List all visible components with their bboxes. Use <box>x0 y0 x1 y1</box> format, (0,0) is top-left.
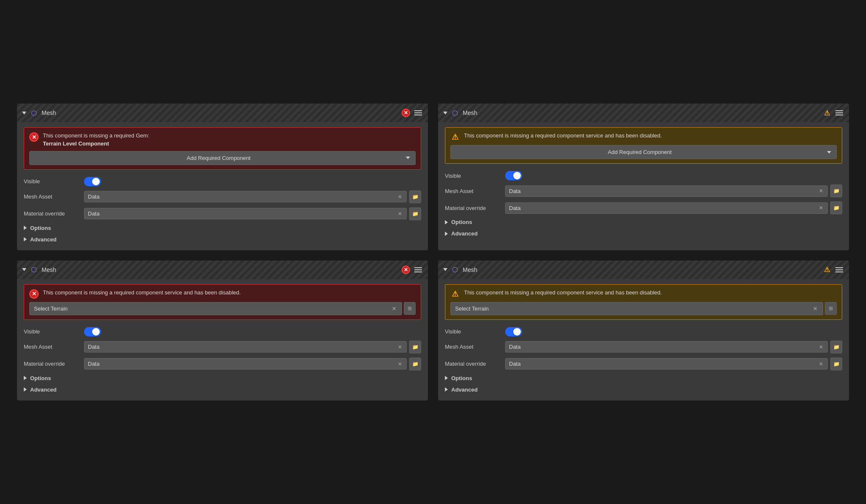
panel-title-4: Mesh <box>463 266 477 273</box>
advanced-chevron-icon-4 <box>445 387 448 392</box>
material-override-browse-button[interactable]: 📁 <box>409 207 421 220</box>
collapse-chevron-icon[interactable] <box>22 112 26 115</box>
mesh-asset-input-4[interactable]: Data ✕ <box>505 341 828 353</box>
material-override-clear-icon-2[interactable]: ✕ <box>818 205 824 211</box>
material-override-clear-icon-3[interactable]: ✕ <box>397 361 403 367</box>
visible-label-3: Visible <box>24 328 79 335</box>
material-override-browse-button-4[interactable]: 📁 <box>830 358 842 370</box>
mesh-asset-clear-icon[interactable]: ✕ <box>397 194 403 200</box>
select-terrain-clear-icon-4[interactable]: ✕ <box>813 305 818 312</box>
close-error-button-3[interactable]: ✕ <box>402 266 410 274</box>
select-terrain-row: Select Terrain ✕ ⊞ <box>29 302 416 315</box>
panel-header-bottom-left: ⬡ Mesh ✕ <box>17 260 428 279</box>
mesh-asset-row-4: Mesh Asset Data ✕ 📁 <box>445 339 842 356</box>
material-override-clear-icon-4[interactable]: ✕ <box>818 361 824 367</box>
mesh-asset-clear-icon-2[interactable]: ✕ <box>818 188 824 194</box>
panel-body-top-right: ⚠ This component is missing a required c… <box>438 122 849 244</box>
mesh-asset-browse-button[interactable]: 📁 <box>409 190 421 203</box>
add-required-component-button[interactable]: Add Required Component <box>29 151 416 165</box>
material-override-input[interactable]: Data ✕ <box>84 208 407 219</box>
material-override-input-2[interactable]: Data ✕ <box>505 202 828 214</box>
close-error-button[interactable]: ✕ <box>402 109 410 117</box>
options-collapsible-3[interactable]: Options <box>24 372 421 384</box>
options-chevron-icon <box>24 226 27 230</box>
advanced-collapsible-3[interactable]: Advanced <box>24 384 421 395</box>
mesh-asset-input-2[interactable]: Data ✕ <box>505 185 828 197</box>
mesh-asset-input-3[interactable]: Data ✕ <box>84 341 407 353</box>
select-terrain-browse-button[interactable]: ⊞ <box>404 302 416 315</box>
mesh-asset-text-2: Data <box>509 188 816 194</box>
menu-line-3-3 <box>414 272 422 272</box>
panel-header-right: ✕ <box>402 109 423 117</box>
panel-header-top-left: ⬡ Mesh ✕ <box>17 104 428 122</box>
select-terrain-browse-button-4[interactable]: ⊞ <box>825 302 837 315</box>
options-chevron-icon-3 <box>24 376 27 380</box>
material-override-input-row-4: Data ✕ 📁 <box>505 358 842 370</box>
options-collapsible[interactable]: Options <box>24 222 421 234</box>
material-override-input-3[interactable]: Data ✕ <box>84 358 407 370</box>
material-override-clear-icon[interactable]: ✕ <box>397 211 403 217</box>
advanced-chevron-icon-2 <box>445 232 448 236</box>
add-required-component-button-2[interactable]: Add Required Component <box>450 145 837 159</box>
alert-text: This component is missing a required Gem… <box>43 132 149 147</box>
material-override-browse-button-2[interactable]: 📁 <box>830 202 842 214</box>
panel-top-right: ⬡ Mesh ⚠ ⚠ This component is missing a r… <box>438 104 849 250</box>
advanced-collapsible-2[interactable]: Advanced <box>445 228 842 239</box>
toggle-knob-3 <box>92 328 100 336</box>
mesh-asset-clear-icon-4[interactable]: ✕ <box>818 344 824 350</box>
mesh-asset-browse-button-4[interactable]: 📁 <box>830 341 842 353</box>
advanced-collapsible-4[interactable]: Advanced <box>445 384 842 395</box>
collapse-chevron-icon-3[interactable] <box>22 268 26 271</box>
material-override-input-row-3: Data ✕ 📁 <box>84 358 421 370</box>
panel-header-right-2: ⚠ <box>823 109 844 117</box>
panel-header-left-4: ⬡ Mesh <box>443 266 819 274</box>
material-override-input-4[interactable]: Data ✕ <box>505 358 828 370</box>
material-override-input-row-2: Data ✕ 📁 <box>505 202 842 214</box>
material-override-row-3: Material override Data ✕ 📁 <box>24 356 421 372</box>
menu-button[interactable] <box>413 109 423 116</box>
alert-text-3: This component is missing a required com… <box>43 289 241 297</box>
mesh-component-icon-4: ⬡ <box>451 266 459 274</box>
visible-toggle-2[interactable] <box>505 171 522 180</box>
collapse-chevron-icon-2[interactable] <box>443 112 447 115</box>
mesh-asset-input[interactable]: Data ✕ <box>84 191 407 202</box>
visible-toggle-3[interactable] <box>84 327 101 336</box>
material-override-browse-button-3[interactable]: 📁 <box>409 358 421 370</box>
select-terrain-input-4[interactable]: Select Terrain ✕ <box>450 302 823 315</box>
select-terrain-text: Select Terrain <box>34 305 67 312</box>
mesh-asset-browse-button-3[interactable]: 📁 <box>409 341 421 353</box>
mesh-asset-value-3: Data ✕ 📁 <box>84 341 421 353</box>
select-terrain-clear-icon[interactable]: ✕ <box>392 305 396 312</box>
options-collapsible-2[interactable]: Options <box>445 216 842 228</box>
select-terrain-text-4: Select Terrain <box>455 305 489 312</box>
options-collapsible-4[interactable]: Options <box>445 372 842 384</box>
visible-toggle[interactable] <box>84 177 101 186</box>
mesh-asset-browse-button-2[interactable]: 📁 <box>830 185 842 197</box>
panel-header-right-3: ✕ <box>402 266 423 274</box>
menu-button-3[interactable] <box>413 266 423 273</box>
advanced-collapsible[interactable]: Advanced <box>24 234 421 245</box>
material-override-label-2: Material override <box>445 205 500 211</box>
mesh-asset-row-2: Mesh Asset Data ✕ 📁 <box>445 182 842 199</box>
menu-line-3-2 <box>835 115 843 115</box>
select-terrain-input[interactable]: Select Terrain ✕ <box>29 302 402 315</box>
mesh-asset-value: Data ✕ 📁 <box>84 190 421 203</box>
visible-row-3: Visible <box>24 325 421 339</box>
visible-toggle-4[interactable] <box>505 327 522 336</box>
alert-text-2: This component is missing a required com… <box>464 132 662 140</box>
mesh-asset-clear-icon-3[interactable]: ✕ <box>397 344 403 350</box>
mesh-asset-label-4: Mesh Asset <box>445 344 500 350</box>
visible-label-4: Visible <box>445 328 500 335</box>
mesh-asset-label: Mesh Asset <box>24 193 79 200</box>
menu-button-2[interactable] <box>835 109 844 116</box>
collapse-chevron-icon-4[interactable] <box>443 268 447 271</box>
material-override-text-2: Data <box>509 205 816 211</box>
menu-button-4[interactable] <box>835 266 844 273</box>
material-override-text: Data <box>88 210 395 217</box>
alert-text-4: This component is missing a required com… <box>464 289 662 297</box>
panel-body-bottom-right: ⚠ This component is missing a required c… <box>438 279 849 400</box>
warning-icon-2: ⚠ <box>823 109 831 117</box>
panel-header-left-3: ⬡ Mesh <box>22 266 398 274</box>
options-label: Options <box>30 225 51 231</box>
material-override-input-row: Data ✕ 📁 <box>84 207 421 220</box>
